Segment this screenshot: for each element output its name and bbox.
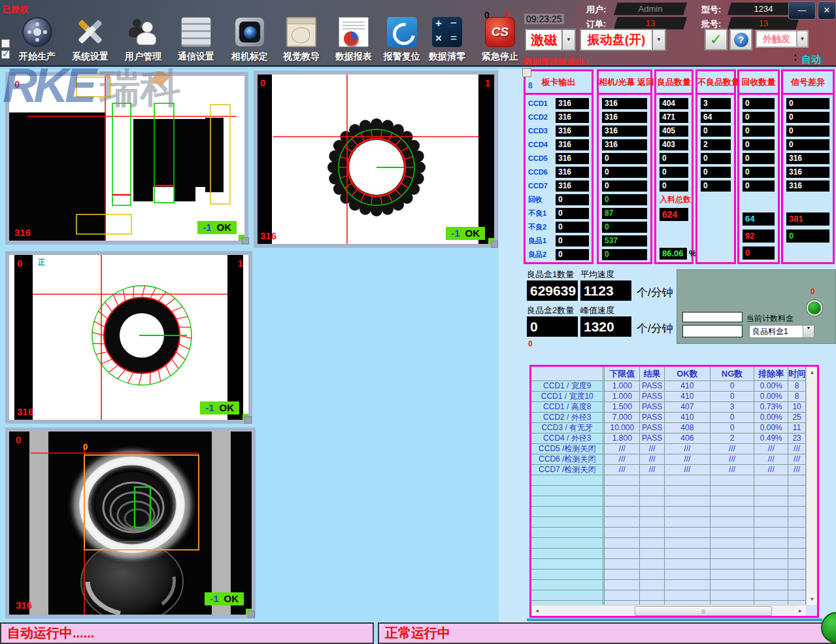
toolbar-button-6[interactable]: 视觉教导 [277,16,326,64]
calc-glyph: + [432,17,445,30]
results-cell [754,486,788,496]
panel-4-resize-handle[interactable] [248,611,255,618]
stats-value-box: 0 [786,126,829,137]
panel-2-resize-handle[interactable] [491,241,498,248]
stats-value-box: 0 [602,222,647,233]
results-cell: CCD1 / 宽度9 [531,381,605,392]
stats-row-label: 良品2 [528,249,556,260]
trigger-combo-arrow-icon[interactable]: ▼ [797,30,809,48]
panel-1-resize-handle[interactable] [242,237,249,245]
stats-value-box: 316 [786,153,829,164]
spin-down-icon[interactable]: ▼ [792,58,799,63]
results-cell: /// [788,444,806,454]
results-cell [788,528,806,538]
results-data-row[interactable]: CCD1 / 高度81.500PASS40730.73%10 [531,402,806,413]
stats-value-box: 87 [602,208,647,219]
counting-input-2[interactable] [682,325,743,337]
toolbar-button-9[interactable]: +−×=数据清零 [423,16,471,64]
vibration-combo[interactable]: 振动盘(开) ▼ [580,29,666,51]
stats-value-box: 316 [602,139,647,150]
results-cell: CCD3 / 有无牙 [531,423,605,433]
results-cell: /// [711,444,755,454]
results-data-row[interactable]: CCD5 /检测关闭////////////////// [531,444,806,454]
results-data-row[interactable]: CCD1 / 宽度91.000PASS41000.00%8 [531,381,806,392]
results-data-row[interactable]: CCD2 / 外径37.000PASS41000.00%25 [531,413,806,423]
scroll-up-button[interactable]: ▲ [807,367,818,378]
stats-value-box: 316 [556,112,589,123]
results-cell: 23 [788,433,806,444]
auto-spinner[interactable]: ▲ ▼ [792,52,799,63]
panel-3-resize-handle[interactable] [244,416,252,424]
application-window: 已授权 ✓ 开始生产系统设置用户管理通信设置相机标定视觉教导数据报表报警复位+−… [0,0,836,644]
user-field[interactable]: Admin [614,3,687,15]
results-cell [665,528,711,538]
checkbox-top[interactable] [1,39,10,48]
help-button[interactable]: ? [729,29,752,50]
scroll-down-button[interactable]: ▼ [807,594,818,605]
results-data-row[interactable]: CCD3 / 有无牙10.000PASS40800.00%11 [531,423,806,433]
confirm-button[interactable]: ✓ [705,29,727,50]
dropdown-arrow-icon[interactable]: ▼ [803,326,814,337]
stats-value-box: 316 [556,153,589,164]
results-cell: PASS [640,423,665,433]
stats-value-box: 0 [743,112,775,123]
results-cell [711,475,755,486]
question-icon: ? [734,33,748,47]
scrollbar-thumb[interactable]: ||| [635,606,772,616]
camera-1-counter: 316 [14,227,31,238]
vibration-combo-arrow-icon[interactable]: ▼ [653,29,666,51]
results-empty-row [531,549,806,559]
avg-speed-label: 平均速度 [580,269,614,280]
trigger-combo[interactable]: 外触发 ▼ [756,30,809,48]
results-cell [605,549,640,559]
results-empty-row [531,580,806,590]
results-data-row[interactable]: CCD1 / 宽度101.000PASS41000.00%8 [531,392,806,402]
toolbar-button-2[interactable]: 系统设置 [66,16,114,64]
stats-value-box: 0 [701,180,731,192]
toolbar-button-10[interactable]: CS紧急停止 [476,16,524,64]
minimize-button[interactable]: — [788,1,816,20]
toolbar-label: 视觉教导 [272,51,331,63]
horizontal-scrollbar[interactable]: ◄ ► ||| [531,605,806,616]
camera-3-result-badge: -1OK [200,401,239,415]
toolbar-button-5[interactable]: 相机标定 [226,16,274,64]
counting-input-1[interactable] [682,312,743,322]
results-header-cell: 下限值 [605,367,640,381]
toolbar-button-7[interactable]: 数据报表 [329,16,378,64]
stop-count-black: 0 [484,10,490,20]
results-cell [754,549,788,559]
box2-count-label: 良品盒2数量 [527,305,574,316]
toolbar-button-3[interactable]: 用户管理 [119,16,167,64]
stats-checkbox[interactable] [522,68,531,77]
server-icon [181,17,211,47]
results-cell: 0.49% [754,433,788,444]
results-cell: 0.73% [754,402,788,413]
stats-extra-box: 381 [786,212,829,226]
results-data-row[interactable]: CCD7 /检测关闭////////////////// [531,465,806,475]
magnet-combo[interactable]: 激磁 ▼ [525,29,576,51]
results-cell: 0.00% [754,392,788,402]
spin-up-icon[interactable]: ▲ [792,52,799,58]
results-data-row[interactable]: CCD6 /检测关闭////////////////// [531,454,806,465]
results-cell: 2 [711,433,755,444]
scroll-right-button[interactable]: ► [795,605,806,617]
close-icon: ✕ [824,5,831,15]
order-field[interactable]: 13 [614,17,687,29]
scroll-left-button[interactable]: ◄ [531,605,543,617]
results-data-row[interactable]: CCD4 / 外径31.800PASS40620.49%23 [531,433,806,444]
results-cell [665,475,711,486]
stats-row-label: CCD5 [528,153,556,164]
results-cell: /// [754,454,788,465]
toolbar-button-4[interactable]: 通信设置 [172,16,220,64]
results-cell: 0 [711,392,755,402]
current-box-dropdown[interactable]: 良品料盒1 ▼ [749,325,814,338]
results-cell: 0.00% [754,381,788,392]
results-cell: /// [711,465,755,475]
vertical-scrollbar[interactable]: ▲ ▼ [806,367,817,605]
results-cell [788,538,806,549]
stats-column-header: 相机/光幕 返回 [599,71,650,95]
toolbar-button-1[interactable]: 开始生产 [13,16,61,64]
close-button[interactable]: ✕ [818,1,836,20]
magnet-combo-arrow-icon[interactable]: ▼ [563,29,576,51]
stats-row-label: CCD3 [528,126,556,137]
